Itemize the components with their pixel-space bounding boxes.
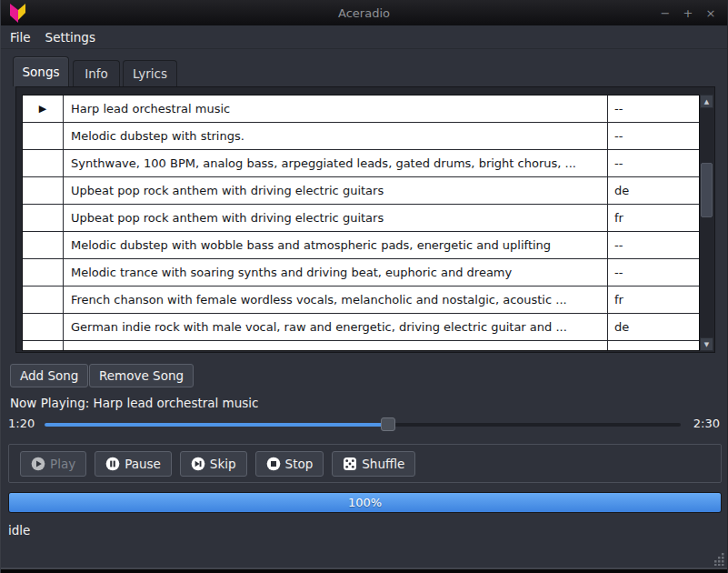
pause-button-label: Pause: [125, 457, 161, 471]
song-title-cell: Melodic dubstep with wobble bass and atm…: [64, 232, 608, 258]
menu-settings[interactable]: Settings: [45, 30, 95, 45]
songs-table: ▶ Harp lead orchestral music -- Melodic …: [22, 95, 700, 351]
song-lang-cell: --: [608, 96, 699, 122]
songs-panel: ▶ Harp lead orchestral music -- Melodic …: [15, 86, 715, 353]
menu-file[interactable]: File: [10, 30, 31, 45]
song-title-cell: Upbeat pop rock anthem with driving elec…: [64, 177, 608, 204]
table-row[interactable]: ▶ Harp lead orchestral music --: [23, 96, 699, 123]
total-time-label: 2:30: [693, 417, 720, 430]
vertical-scrollbar[interactable]: ▲ ▼: [700, 95, 713, 351]
song-title-cell: [64, 341, 608, 351]
song-lang-cell: --: [608, 232, 699, 258]
scroll-down-icon[interactable]: ▼: [700, 337, 713, 351]
song-lang-cell: de: [608, 177, 699, 204]
transport-controls-group: Play Pause Skip Stop: [8, 444, 722, 483]
table-row[interactable]: German indie rock with male vocal, raw a…: [23, 314, 699, 341]
playing-indicator-cell: [23, 177, 64, 204]
table-row[interactable]: Synthwave, 100 BPM, analog bass, arpeggi…: [23, 150, 699, 177]
progress-label: 100%: [348, 496, 382, 509]
play-button[interactable]: Play: [20, 451, 86, 477]
stop-circle-icon: [266, 457, 281, 471]
song-lang-cell: [608, 341, 699, 351]
table-row[interactable]: Upbeat pop rock anthem with driving elec…: [23, 205, 699, 232]
playing-indicator-cell: [23, 286, 64, 313]
shuffle-button-label: Shuffle: [362, 457, 404, 471]
song-title-cell: French chanson with female wordless voca…: [64, 286, 608, 313]
song-title-cell: Synthwave, 100 BPM, analog bass, arpeggi…: [64, 150, 608, 176]
seek-slider-handle[interactable]: [381, 417, 395, 431]
tab-songs[interactable]: Songs: [13, 56, 69, 86]
tab-lyrics[interactable]: Lyrics: [123, 60, 177, 86]
song-lang-cell: --: [608, 259, 699, 286]
song-lang-cell: fr: [608, 205, 699, 231]
remove-song-button[interactable]: Remove Song: [89, 364, 194, 387]
scrollbar-thumb[interactable]: [701, 163, 713, 217]
playing-indicator-cell: [23, 205, 64, 231]
add-song-button[interactable]: Add Song: [10, 364, 88, 387]
song-lang-cell: --: [608, 150, 699, 176]
progress-bar: 100%: [8, 492, 722, 513]
pause-circle-icon: [105, 457, 120, 471]
table-row[interactable]: Upbeat pop rock anthem with driving elec…: [23, 177, 699, 205]
playing-indicator-cell: [23, 150, 64, 176]
song-title-cell: Melodic trance with soaring synths and d…: [64, 259, 608, 286]
table-row[interactable]: Melodic dubstep with wobble bass and atm…: [23, 232, 699, 259]
song-lang-cell: fr: [608, 286, 699, 313]
window-title: Aceradio: [1, 6, 727, 20]
seek-slider-fill: [45, 423, 388, 427]
skip-button[interactable]: Skip: [180, 451, 247, 477]
playing-indicator-cell: [23, 314, 64, 340]
scroll-up-icon[interactable]: ▲: [700, 95, 713, 108]
song-title-cell: Upbeat pop rock anthem with driving elec…: [64, 205, 608, 231]
table-row[interactable]: Melodic trance with soaring synths and d…: [23, 259, 699, 286]
pause-button[interactable]: Pause: [95, 451, 172, 477]
table-row[interactable]: Melodic dubstep with strings. --: [23, 123, 699, 150]
song-lang-cell: --: [608, 123, 699, 149]
stop-button-label: Stop: [285, 457, 314, 471]
song-title-cell: Melodic dubstep with strings.: [64, 123, 608, 149]
now-playing-label: Now Playing: Harp lead orchestral music: [10, 396, 259, 410]
window-bottom-frame: [1, 569, 727, 573]
playing-indicator-cell: [23, 341, 64, 351]
app-window: Aceradio − + × File Settings Songs Info …: [0, 0, 728, 573]
table-row[interactable]: French chanson with female wordless voca…: [23, 286, 699, 314]
title-bar: Aceradio − + ×: [1, 0, 727, 25]
table-row[interactable]: [23, 341, 699, 351]
playing-indicator-cell: ▶: [23, 96, 64, 122]
maximize-button[interactable]: +: [681, 6, 695, 20]
playing-indicator-cell: [23, 259, 64, 286]
elapsed-time-label: 1:20: [8, 417, 35, 430]
playing-indicator-cell: [23, 232, 64, 258]
shuffle-button[interactable]: Shuffle: [332, 451, 415, 477]
play-button-label: Play: [50, 457, 75, 471]
close-button[interactable]: ×: [703, 6, 718, 20]
song-lang-cell: de: [608, 314, 699, 340]
status-label: idle: [8, 523, 30, 538]
dice-icon: [343, 457, 357, 471]
skip-button-label: Skip: [210, 457, 236, 471]
tab-info[interactable]: Info: [73, 60, 120, 86]
playing-indicator-cell: [23, 123, 64, 149]
seek-slider[interactable]: [45, 423, 681, 427]
skip-circle-icon: [191, 457, 205, 471]
stop-button[interactable]: Stop: [255, 451, 324, 477]
minimize-button[interactable]: −: [658, 6, 673, 20]
resize-grip-icon[interactable]: [712, 553, 724, 566]
song-title-cell: Harp lead orchestral music: [64, 96, 608, 122]
menu-bar: File Settings: [1, 25, 727, 49]
song-title-cell: German indie rock with male vocal, raw a…: [64, 314, 608, 340]
play-circle-icon: [31, 457, 45, 471]
